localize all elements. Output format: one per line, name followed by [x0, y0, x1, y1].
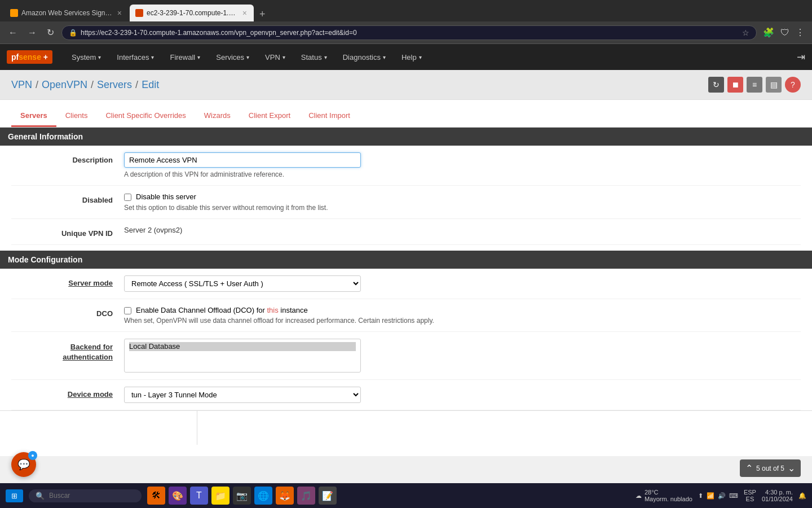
pagination-next-button[interactable]: ⌄ — [787, 462, 796, 475]
nav-diagnostics[interactable]: Diagnostics ▾ — [335, 46, 394, 68]
aws-favicon — [10, 9, 18, 17]
start-button[interactable]: ⊞ — [6, 489, 23, 502]
tab-client-export[interactable]: Client Export — [240, 106, 299, 127]
taskbar-app-tools[interactable]: 🛠 — [147, 487, 165, 505]
tray-icon-keyboard[interactable]: ⌨ — [729, 492, 738, 500]
extensions-icon[interactable]: 🧩 — [761, 25, 776, 40]
time: 4:30 p. m. — [762, 489, 793, 496]
taskbar-app-music[interactable]: 🎵 — [297, 487, 315, 505]
back-button[interactable]: ← — [6, 26, 20, 40]
chat-button[interactable]: 💬 ● — [11, 452, 36, 477]
tab-client-import[interactable]: Client Import — [299, 106, 359, 127]
dco-checkbox-label: Enable Data Channel Offload (DCO) for th… — [136, 306, 308, 314]
unique-vpn-id-value: Server 2 (ovpns2) — [124, 222, 182, 234]
settings-icon[interactable]: ⋮ — [794, 25, 806, 40]
tab-clients[interactable]: Clients — [56, 106, 97, 127]
dco-label: DCO — [11, 306, 124, 318]
taskbar-app-notepad[interactable]: 📝 — [319, 487, 337, 505]
disabled-checkbox-row: Disable this server — [124, 192, 801, 201]
nav-firewall[interactable]: Firewall ▾ — [162, 46, 208, 68]
weather-widget: ☁ 28°C Mayorm. nublado — [636, 489, 692, 502]
taskbar-app-edge[interactable]: 🌐 — [254, 487, 272, 505]
taskbar-app-firefox[interactable]: 🦊 — [276, 487, 294, 505]
logo-sense: sense — [19, 52, 41, 62]
nav-interfaces-dropdown-icon: ▾ — [151, 54, 154, 60]
backend-auth-label: Backend forauthentication — [11, 339, 124, 362]
disabled-label: Disabled — [11, 192, 124, 204]
unique-vpn-id-control: Server 2 (ovpns2) — [124, 226, 801, 234]
form-row-server-mode: Server mode Remote Access ( SSL/TLS + Us… — [11, 269, 801, 299]
bc-stop-button[interactable]: ⏹ — [727, 77, 743, 93]
tab-servers[interactable]: Servers — [11, 106, 56, 127]
nav-services-label: Services — [216, 53, 244, 62]
disabled-checkbox[interactable] — [124, 194, 131, 201]
taskbar-right: ☁ 28°C Mayorm. nublado ⬆ 📶 🔊 ⌨ ESP ES 4:… — [636, 489, 806, 502]
taskbar-app-folder[interactable]: 📁 — [211, 487, 230, 505]
forward-button[interactable]: → — [25, 26, 39, 40]
notification-icon[interactable]: 🔔 — [798, 492, 806, 500]
language-indicator: ESP ES — [744, 489, 756, 502]
nav-interfaces[interactable]: Interfaces ▾ — [109, 46, 162, 68]
taskbar-app-teams[interactable]: T — [190, 487, 208, 505]
breadcrumb-servers[interactable]: Servers — [97, 79, 132, 91]
bc-refresh-button[interactable]: ↻ — [708, 77, 724, 93]
device-mode-select[interactable]: tun - Layer 3 Tunnel Mode tap - Layer 2 … — [124, 387, 361, 403]
nav-help-dropdown-icon: ▾ — [419, 54, 422, 60]
breadcrumb-edit: Edit — [142, 79, 159, 91]
shield-icon[interactable]: 🛡 — [779, 26, 791, 40]
main-content: General Information Description A descri… — [0, 128, 812, 456]
browser-tab-aws[interactable]: Amazon Web Services Sign-In × — [5, 5, 129, 21]
new-tab-button[interactable]: + — [255, 7, 270, 21]
description-input[interactable] — [124, 152, 361, 168]
form-row-backend-auth: Backend forauthentication Local Database — [11, 332, 801, 380]
server-mode-select[interactable]: Remote Access ( SSL/TLS + User Auth ) Re… — [124, 275, 361, 292]
system-tray: ⬆ 📶 🔊 ⌨ — [698, 492, 738, 500]
tray-icon-volume[interactable]: 🔊 — [718, 492, 726, 500]
bc-list-button[interactable]: ≡ — [747, 77, 762, 93]
nav-firewall-label: Firewall — [170, 53, 195, 62]
nav-diagnostics-dropdown-icon: ▾ — [383, 54, 386, 60]
pfsense-logo[interactable]: pfsense + — [7, 50, 52, 64]
bookmark-icon[interactable]: ☆ — [742, 28, 749, 37]
tab-pfsense-close[interactable]: × — [241, 8, 248, 17]
search-input[interactable] — [49, 492, 128, 500]
device-mode-label: Device mode — [11, 387, 124, 398]
taskbar-app-camera[interactable]: 📷 — [233, 487, 251, 505]
tab-aws-close[interactable]: × — [116, 8, 123, 17]
nav-logout-button[interactable]: ⇥ — [797, 51, 805, 63]
bc-xml-button[interactable]: ▤ — [766, 77, 782, 93]
nav-system[interactable]: System ▾ — [64, 46, 109, 68]
backend-auth-select[interactable]: Local Database — [124, 339, 361, 373]
pagination-prev-button[interactable]: ⌃ — [744, 462, 754, 475]
nav-status[interactable]: Status ▾ — [293, 46, 335, 68]
bc-help-button[interactable]: ? — [785, 77, 801, 93]
breadcrumb-vpn[interactable]: VPN — [11, 79, 32, 91]
tray-icon-up[interactable]: ⬆ — [698, 492, 703, 500]
tab-wizards[interactable]: Wizards — [195, 106, 240, 127]
nav-services[interactable]: Services ▾ — [208, 46, 257, 68]
browser-tab-pfsense[interactable]: ec2-3-239-1-70.compute-1.am... × — [130, 5, 254, 21]
disabled-checkbox-label: Disable this server — [136, 192, 196, 201]
nav-vpn[interactable]: VPN ▾ — [257, 46, 293, 68]
nav-system-dropdown-icon: ▾ — [98, 54, 101, 60]
url-bar[interactable]: 🔒 https://ec2-3-239-1-70.compute-1.amazo… — [61, 25, 757, 40]
breadcrumb-bar: VPN / OpenVPN / Servers / Edit ↻ ⏹ ≡ ▤ ? — [0, 70, 812, 100]
taskbar-search[interactable]: 🔍 — [29, 489, 142, 502]
weather-info: 28°C Mayorm. nublado — [645, 489, 692, 502]
nav-items: System ▾ Interfaces ▾ Firewall ▾ Service… — [64, 46, 430, 68]
dco-checkbox[interactable] — [124, 307, 131, 314]
refresh-button[interactable]: ↻ — [44, 25, 57, 40]
tray-icon-network[interactable]: 📶 — [707, 492, 714, 500]
tab-client-specific-overrides[interactable]: Client Specific Overrides — [96, 106, 195, 127]
taskbar-app-art[interactable]: 🎨 — [169, 487, 187, 505]
breadcrumb-sep-2: / — [91, 79, 94, 91]
date: 01/10/2024 — [762, 496, 793, 502]
dco-help: When set, OpenVPN will use data channel … — [124, 317, 801, 325]
page-content: pfsense + System ▾ Interfaces ▾ Firewall… — [0, 44, 812, 508]
nav-vpn-dropdown-icon: ▾ — [283, 54, 285, 60]
weather-temp: 28°C — [645, 489, 692, 496]
nav-services-dropdown-icon: ▾ — [246, 54, 249, 60]
tab-bar: Amazon Web Services Sign-In × ec2-3-239-… — [0, 0, 812, 21]
nav-help[interactable]: Help ▾ — [394, 46, 430, 68]
breadcrumb-openvpn[interactable]: OpenVPN — [42, 79, 87, 91]
